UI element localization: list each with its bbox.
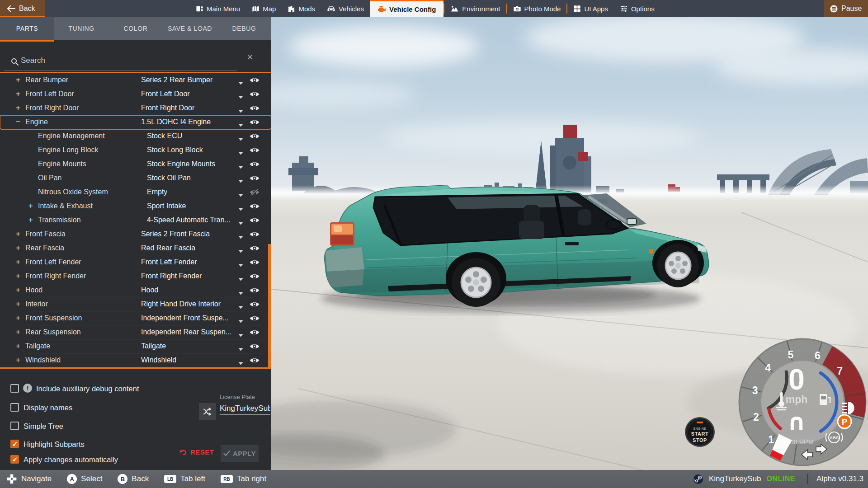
randomize-plate-button[interactable] [199, 403, 216, 420]
part-row-front-suspension[interactable]: +Front SuspensionIndependent Front Suspe… [0, 311, 271, 325]
part-value-dropdown[interactable]: Stock Long Block [146, 143, 262, 157]
visibility-eye-icon[interactable] [250, 203, 259, 210]
expand-icon[interactable]: + [27, 216, 34, 225]
menu-item-photo-mode[interactable]: Photo Mode [507, 0, 567, 17]
part-row-front-fascia[interactable]: +Front FasciaSeries 2 Front Fascia [0, 227, 271, 241]
chevron-down-icon[interactable] [238, 107, 243, 115]
search-input[interactable] [21, 54, 229, 67]
chevron-down-icon[interactable] [238, 93, 243, 101]
part-value-dropdown[interactable]: Sport Intake [146, 199, 262, 213]
collapse-icon[interactable]: − [14, 117, 22, 127]
visibility-eye-icon[interactable] [250, 343, 259, 350]
visibility-eye-icon[interactable] [250, 175, 259, 182]
part-row-intake-exhaust[interactable]: +Intake & ExhaustSport Intake [0, 199, 271, 213]
expand-icon[interactable]: + [14, 342, 22, 351]
expand-icon[interactable]: + [14, 75, 22, 84]
tab-save-load[interactable]: SAVE & LOAD [163, 17, 217, 40]
part-row-engine-long-block[interactable]: Engine Long BlockStock Long Block [0, 143, 271, 157]
part-row-oil-pan[interactable]: Oil PanStock Oil Pan [0, 171, 271, 185]
apply-button[interactable]: APPLY [221, 445, 259, 462]
expand-icon[interactable]: + [14, 286, 22, 295]
visibility-eye-icon[interactable] [250, 287, 259, 294]
menu-item-mods[interactable]: Mods [282, 0, 321, 17]
part-row-rear-bumper[interactable]: +Rear BumperSeries 2 Rear Bumper [0, 73, 271, 87]
part-row-nitrous-oxide-system[interactable]: Nitrous Oxide SystemEmpty [0, 185, 271, 199]
checkbox-apply-changes-automatically[interactable] [10, 455, 19, 464]
menu-item-ui-apps[interactable]: UI Apps [567, 0, 614, 17]
part-row-hood[interactable]: +HoodHood [0, 283, 271, 297]
reset-button[interactable]: RESET [179, 448, 214, 456]
visibility-eye-icon[interactable] [250, 105, 259, 112]
part-row-front-left-fender[interactable]: +Front Left FenderFront Left Fender [0, 255, 271, 269]
chevron-down-icon[interactable] [238, 303, 243, 311]
chevron-down-icon[interactable] [238, 289, 243, 297]
visibility-eye-icon[interactable] [250, 329, 259, 336]
checkbox-include-auxiliary-debug-content[interactable] [10, 384, 19, 393]
visibility-eye-icon[interactable] [250, 119, 259, 126]
search-clear-icon[interactable]: ✕ [245, 52, 255, 62]
part-value-dropdown[interactable]: Stock ECU [146, 129, 262, 143]
chevron-down-icon[interactable] [238, 359, 243, 367]
chevron-down-icon[interactable] [238, 275, 243, 283]
visibility-eye-icon[interactable] [250, 245, 259, 252]
visibility-eye-icon[interactable] [250, 91, 259, 98]
visibility-eye-icon[interactable] [250, 77, 259, 84]
expand-icon[interactable]: + [14, 300, 22, 309]
expand-icon[interactable]: + [14, 244, 22, 253]
expand-icon[interactable]: + [14, 103, 22, 113]
part-value-dropdown[interactable]: Empty [146, 185, 262, 199]
part-row-windshield[interactable]: +WindshieldWindshield [0, 353, 271, 367]
vehicle-car[interactable] [312, 178, 728, 319]
menu-item-options[interactable]: Options [614, 0, 660, 17]
part-row-rear-fascia[interactable]: +Rear FasciaRed Rear Fascia [0, 241, 271, 255]
part-row-transmission[interactable]: +Transmission4-Speed Automatic Tran... [0, 213, 271, 227]
chevron-down-icon[interactable] [238, 177, 243, 185]
pause-button[interactable]: Pause [824, 0, 868, 17]
checkbox-highlight-subparts[interactable] [10, 440, 19, 448]
tab-parts[interactable]: PARTS [0, 17, 54, 40]
chevron-down-icon[interactable] [238, 247, 243, 255]
license-plate-input[interactable] [220, 402, 270, 415]
checkbox-simple-tree[interactable] [10, 422, 19, 430]
part-row-engine-management[interactable]: Engine ManagementStock ECU [0, 129, 271, 143]
part-value-dropdown[interactable]: 1.5L DOHC I4 Engine [140, 115, 262, 129]
part-row-front-left-door[interactable]: +Front Left DoorFront Left Door [0, 87, 271, 101]
part-value-dropdown[interactable]: Windshield [140, 353, 262, 367]
menu-item-map[interactable]: Map [246, 0, 282, 17]
visibility-eye-icon[interactable] [250, 161, 259, 168]
expand-icon[interactable]: + [14, 89, 22, 99]
visibility-eye-icon[interactable] [250, 133, 259, 140]
tab-debug[interactable]: DEBUG [217, 17, 271, 40]
chevron-down-icon[interactable] [238, 345, 243, 353]
chevron-down-icon[interactable] [238, 135, 243, 143]
part-value-dropdown[interactable]: Right Hand Drive Interior [140, 297, 262, 311]
expand-icon[interactable]: + [14, 314, 22, 323]
part-row-rear-suspension[interactable]: +Rear SuspensionIndependent Rear Suspen.… [0, 325, 271, 339]
back-button[interactable]: Back [0, 0, 45, 17]
chevron-down-icon[interactable] [238, 163, 243, 171]
viewport-3d[interactable]: 1234567 0 mph ∩ x1000 RPM [271, 17, 868, 470]
expand-icon[interactable]: + [14, 272, 22, 281]
chevron-down-icon[interactable] [238, 219, 243, 227]
part-value-dropdown[interactable]: Tailgate [140, 339, 262, 353]
visibility-eye-icon[interactable] [250, 315, 259, 322]
chevron-down-icon[interactable] [238, 233, 243, 241]
menu-item-main-menu[interactable]: Main Menu [190, 0, 246, 17]
chevron-down-icon[interactable] [238, 205, 243, 213]
visibility-eye-icon[interactable] [250, 259, 259, 266]
part-row-interior[interactable]: +InteriorRight Hand Drive Interior [0, 297, 271, 311]
part-row-engine-mounts[interactable]: Engine MountsStock Engine Mounts [0, 157, 271, 171]
part-row-front-right-fender[interactable]: +Front Right FenderFront Right Fender [0, 269, 271, 283]
part-row-tailgate[interactable]: +TailgateTailgate [0, 339, 271, 353]
part-value-dropdown[interactable]: Hood [140, 283, 262, 297]
visibility-eye-icon[interactable] [250, 357, 259, 364]
part-value-dropdown[interactable]: 4-Speed Automatic Tran... [146, 213, 262, 227]
chevron-down-icon[interactable] [238, 191, 243, 199]
menu-item-vehicles[interactable]: Vehicles [321, 0, 370, 17]
checkbox-display-names[interactable] [10, 403, 19, 412]
expand-icon[interactable]: + [14, 328, 22, 337]
engine-start-stop-button[interactable]: ENGINE START STOP [684, 417, 715, 447]
part-value-dropdown[interactable]: Stock Oil Pan [146, 171, 262, 185]
chevron-down-icon[interactable] [238, 121, 243, 129]
part-value-dropdown[interactable]: Front Left Door [140, 87, 262, 101]
